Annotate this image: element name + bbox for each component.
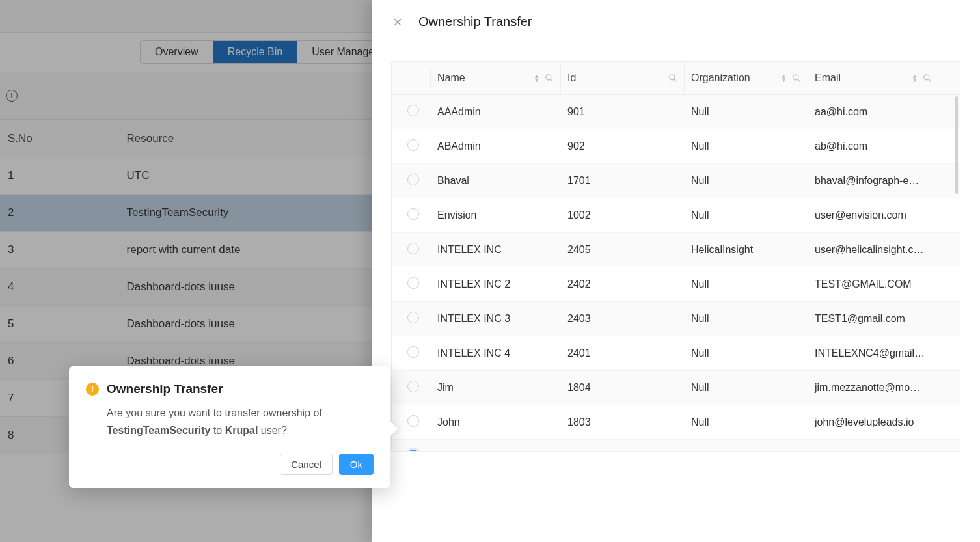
- confirm-modal-body: Are you sure you want to transfer owners…: [86, 404, 374, 439]
- user-org-cell: Null: [685, 338, 808, 369]
- user-radio[interactable]: [407, 105, 419, 116]
- user-name-cell: INTELEX INC 2: [431, 269, 561, 300]
- user-name-cell: INTELEX INC 4: [431, 338, 561, 369]
- svg-point-4: [546, 75, 551, 80]
- user-org-cell: Null: [685, 269, 808, 300]
- user-email-cell: jim.mezzanotte@mo…: [808, 372, 938, 403]
- drawer-header: Ownership Transfer: [372, 0, 980, 44]
- user-email-cell: TEST@GMAIL.COM: [808, 269, 938, 300]
- user-radio[interactable]: [407, 208, 419, 220]
- user-id-cell: 1803: [561, 407, 685, 438]
- user-row[interactable]: AAAdmin901Nullaa@hi.com: [392, 95, 960, 129]
- user-row[interactable]: ABAdmin902Nullab@hi.com: [392, 129, 960, 164]
- col-header-name[interactable]: Name ▲▼: [431, 62, 561, 94]
- user-org-cell: Null: [685, 407, 808, 438]
- user-email-cell: ab@hi.com: [808, 131, 938, 162]
- search-icon[interactable]: [545, 74, 554, 83]
- user-select-cell: [392, 336, 431, 370]
- ownership-confirm-modal: ! Ownership Transfer Are you sure you wa…: [69, 366, 390, 488]
- user-row[interactable]: INTELEX INC 22402NullTEST@GMAIL.COM: [392, 267, 960, 302]
- user-name-cell: Jim: [431, 372, 561, 403]
- user-select-cell: [392, 129, 431, 163]
- user-radio[interactable]: [407, 312, 419, 323]
- user-radio[interactable]: [407, 346, 419, 358]
- user-row[interactable]: John1803Nulljohn@levelupleads.io: [392, 405, 960, 440]
- user-select-cell: [392, 440, 431, 451]
- user-radio[interactable]: [407, 243, 419, 254]
- svg-line-7: [674, 79, 677, 82]
- user-org-cell: Envision: [685, 441, 808, 451]
- search-icon[interactable]: [792, 74, 801, 83]
- ok-button[interactable]: Ok: [339, 454, 374, 475]
- user-row[interactable]: INTELEX INC 32403NullTEST1@gmail.com: [392, 302, 960, 336]
- col-header-email[interactable]: Email ▲▼: [808, 62, 938, 94]
- user-id-cell: 2405: [561, 234, 685, 265]
- users-table-body[interactable]: AAAdmin901Nullaa@hi.comABAdmin902Nullab@…: [392, 95, 960, 451]
- user-select-cell: [392, 405, 431, 439]
- user-email-cell: INTELEXNC4@gmail…: [808, 338, 938, 369]
- user-id-cell: 2403: [561, 303, 685, 334]
- user-email-cell: user@envision.com: [808, 200, 938, 231]
- user-org-cell: Null: [685, 200, 808, 231]
- svg-line-11: [929, 79, 931, 82]
- col-header-id[interactable]: Id: [561, 62, 685, 94]
- user-id-cell: 1804: [561, 372, 685, 403]
- user-select-cell: [392, 164, 431, 198]
- user-id-cell: 2401: [561, 338, 685, 369]
- ownership-transfer-drawer: Ownership Transfer Name ▲▼ Id: [372, 0, 980, 542]
- user-select-cell: [392, 198, 431, 232]
- sort-icon[interactable]: ▲▼: [781, 74, 787, 82]
- user-org-cell: HelicalInsight: [685, 234, 808, 265]
- user-email-cell: user@helicalinsight.c…: [808, 234, 938, 265]
- user-row[interactable]: Jim1804Nulljim.mezzanotte@mo…: [392, 371, 960, 405]
- svg-line-9: [798, 79, 800, 82]
- confirm-target-user: Krupal: [225, 425, 258, 436]
- user-name-cell: Bhaval: [431, 165, 561, 196]
- user-email-cell: john@levelupleads.io: [808, 407, 938, 438]
- user-name-cell: INTELEX INC 3: [431, 303, 561, 334]
- user-id-cell: 1802: [561, 441, 685, 451]
- user-org-cell: Null: [685, 131, 808, 162]
- user-org-cell: Null: [685, 303, 808, 334]
- user-select-cell: [392, 302, 431, 336]
- user-email-cell: krupal@helicaltech.c…: [808, 441, 938, 451]
- user-radio[interactable]: [407, 139, 419, 151]
- svg-line-5: [551, 79, 553, 82]
- user-name-cell: INTELEX INC: [431, 234, 561, 265]
- svg-point-10: [924, 75, 929, 80]
- user-name-cell: AAAdmin: [431, 96, 561, 128]
- user-email-cell: aa@hi.com: [808, 96, 938, 128]
- scrollbar-thumb[interactable]: [955, 96, 958, 194]
- user-id-cell: 902: [561, 131, 685, 162]
- user-name-cell: ABAdmin: [431, 131, 561, 162]
- user-id-cell: 1002: [561, 200, 685, 231]
- user-radio[interactable]: [407, 381, 419, 392]
- search-icon[interactable]: [923, 74, 932, 83]
- cancel-button[interactable]: Cancel: [280, 454, 333, 475]
- user-row[interactable]: INTELEX INC2405HelicalInsightuser@helica…: [392, 233, 960, 267]
- user-row[interactable]: Krupal1802Envisionkrupal@helicaltech.c…: [392, 440, 960, 451]
- warning-icon: !: [86, 383, 99, 396]
- confirm-resource-name: TestingTeamSecurity: [107, 425, 210, 436]
- drawer-title: Ownership Transfer: [418, 14, 532, 29]
- col-header-organization[interactable]: Organization ▲▼: [685, 62, 808, 94]
- users-table: Name ▲▼ Id Organization ▲▼: [391, 61, 960, 452]
- user-id-cell: 1701: [561, 165, 685, 196]
- user-name-cell: Envision: [431, 200, 561, 231]
- user-org-cell: Null: [685, 165, 808, 196]
- user-radio[interactable]: [407, 277, 419, 289]
- user-select-cell: [392, 371, 431, 405]
- user-org-cell: Null: [685, 96, 808, 128]
- user-radio[interactable]: [407, 415, 419, 427]
- user-row[interactable]: INTELEX INC 42401NullINTELEXNC4@gmail…: [392, 336, 960, 371]
- confirm-modal-title: Ownership Transfer: [107, 382, 223, 396]
- sort-icon[interactable]: ▲▼: [912, 74, 918, 82]
- sort-icon[interactable]: ▲▼: [534, 74, 539, 82]
- user-radio[interactable]: [407, 174, 419, 185]
- user-row[interactable]: Envision1002Nulluser@envision.com: [392, 198, 960, 233]
- close-icon[interactable]: [391, 16, 404, 29]
- search-icon[interactable]: [668, 74, 677, 83]
- col-header-select: [392, 68, 431, 88]
- user-row[interactable]: Bhaval1701Nullbhaval@infograph-e…: [392, 164, 960, 198]
- user-radio[interactable]: [407, 450, 419, 451]
